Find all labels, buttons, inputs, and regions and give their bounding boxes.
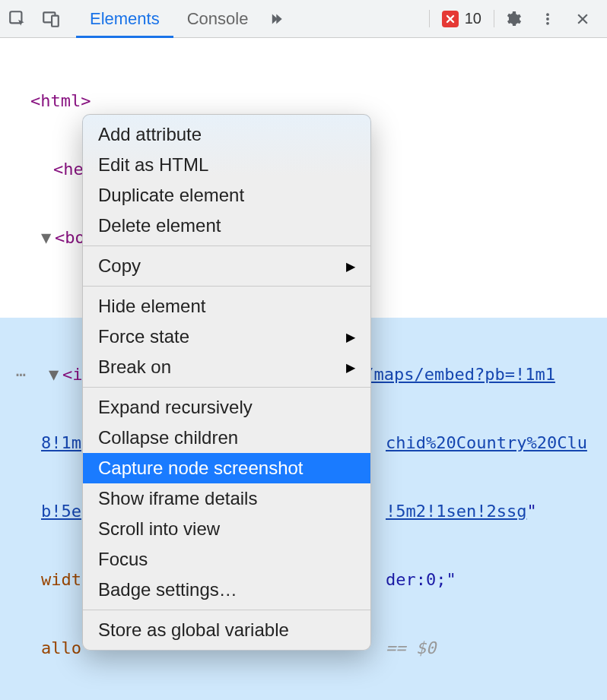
menu-item-capture-node-screenshot[interactable]: Capture node screenshot (83, 453, 370, 483)
iframe-src-fragment-1: om/maps/embed?pb=!1m1 (344, 363, 555, 386)
error-icon (442, 11, 459, 27)
menu-item-label: Badge settings… (98, 579, 355, 600)
svg-point-4 (546, 17, 549, 21)
menu-item-delete-element[interactable]: Delete element (83, 211, 370, 241)
attr-allow-fragment: allo (41, 637, 81, 660)
menu-separator (83, 245, 370, 246)
menu-item-edit-as-html[interactable]: Edit as HTML (83, 150, 370, 180)
menu-item-label: Show iframe details (98, 488, 355, 509)
tabs-overflow-button[interactable] (262, 11, 297, 27)
submenu-arrow-icon: ▶ (346, 259, 355, 274)
menu-item-focus[interactable]: Focus (83, 544, 370, 575)
menu-item-label: Copy (98, 255, 346, 277)
tab-elements-label: Elements (90, 9, 160, 29)
settings-icon[interactable] (496, 2, 529, 36)
menu-item-label: Force state (98, 326, 346, 347)
menu-item-hide-element[interactable]: Hide element (83, 291, 370, 321)
menu-item-copy[interactable]: Copy▶ (83, 251, 370, 281)
iframe-src-fragment-2b: chid%20Country%20Clu (386, 432, 587, 455)
menu-separator (83, 387, 370, 388)
attr-quote: " (526, 500, 536, 523)
iframe-src-fragment-3b: !5m2!1sen!2ssg (386, 500, 526, 523)
tab-elements[interactable]: Elements (76, 0, 173, 37)
svg-rect-2 (52, 15, 59, 26)
attr-quote-2: " (446, 569, 456, 591)
menu-item-label: Break on (98, 356, 346, 378)
menu-item-label: Delete element (98, 215, 355, 236)
tab-console[interactable]: Console (173, 0, 262, 37)
menu-item-store-as-global-variable[interactable]: Store as global variable (83, 615, 370, 645)
error-count-value: 10 (465, 10, 481, 27)
panel-tabs: Elements Console (76, 0, 262, 37)
menu-item-duplicate-element[interactable]: Duplicate element (83, 180, 370, 211)
iframe-src-fragment-3a: b!5e (41, 500, 81, 523)
menu-item-show-iframe-details[interactable]: Show iframe details (83, 483, 370, 514)
toolbar-right: 10 (429, 2, 607, 36)
menu-item-label: Add attribute (98, 124, 355, 145)
menu-item-add-attribute[interactable]: Add attribute (83, 119, 370, 150)
menu-item-force-state[interactable]: Force state▶ (83, 321, 370, 352)
menu-item-label: Collapse children (98, 427, 355, 448)
attr-width-fragment: widt (41, 569, 81, 591)
gutter-ellipsis-icon[interactable]: ⋯ (0, 363, 30, 386)
kebab-menu-icon[interactable] (531, 2, 564, 36)
menu-item-collapse-children[interactable]: Collapse children (83, 423, 370, 453)
menu-item-label: Duplicate element (98, 185, 355, 206)
menu-separator (83, 286, 370, 287)
selected-marker: == $0 (386, 637, 436, 660)
devtools-toolbar: Elements Console 10 (0, 0, 607, 38)
error-count-badge[interactable]: 10 (429, 10, 494, 27)
device-toggle-icon[interactable] (41, 9, 61, 29)
menu-item-expand-recursively[interactable]: Expand recursively (83, 392, 370, 423)
menu-item-label: Edit as HTML (98, 154, 355, 176)
menu-item-scroll-into-view[interactable]: Scroll into view (83, 514, 370, 544)
tag-html-open: html (40, 90, 81, 112)
menu-item-label: Focus (98, 549, 355, 570)
close-icon[interactable] (566, 2, 599, 36)
svg-point-3 (546, 13, 549, 16)
svg-point-5 (546, 21, 549, 24)
submenu-arrow-icon: ▶ (346, 360, 355, 375)
menu-item-badge-settings[interactable]: Badge settings… (83, 575, 370, 605)
context-menu: Add attributeEdit as HTMLDuplicate eleme… (82, 114, 371, 651)
menu-separator (83, 610, 370, 610)
menu-item-label: Scroll into view (98, 518, 355, 540)
tab-console-label: Console (187, 9, 249, 29)
menu-item-label: Capture node screenshot (98, 458, 355, 479)
iframe-src-fragment-2a: 8!1m (41, 432, 81, 455)
menu-item-label: Store as global variable (98, 619, 355, 641)
toolbar-left-icons (0, 9, 68, 29)
attr-style-fragment: der:0; (386, 569, 446, 591)
menu-item-break-on[interactable]: Break on▶ (83, 352, 370, 382)
menu-item-label: Expand recursively (98, 397, 355, 418)
menu-item-label: Hide element (98, 296, 355, 317)
inspect-element-icon[interactable] (8, 9, 27, 29)
submenu-arrow-icon: ▶ (346, 330, 355, 344)
